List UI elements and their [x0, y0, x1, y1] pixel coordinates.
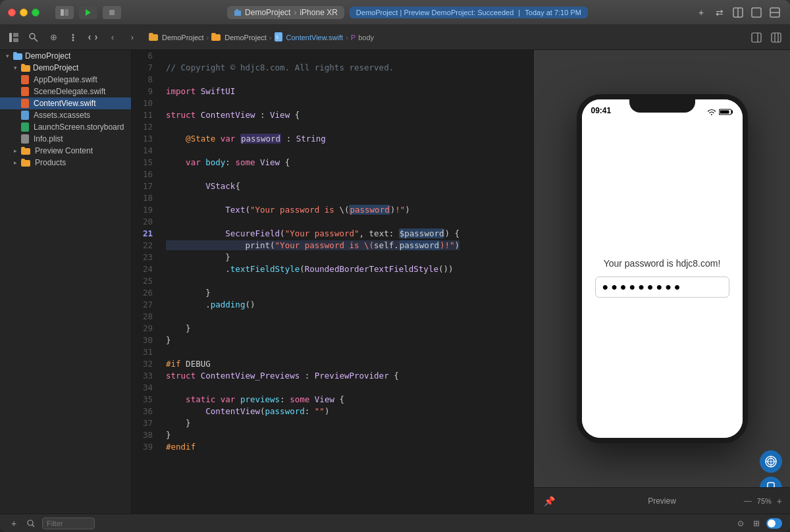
title-bar-right: + ⇄	[694, 5, 782, 20]
svg-rect-33	[21, 64, 25, 66]
sidebar-item-root[interactable]: ▾ DemoProject	[0, 50, 131, 62]
code-button[interactable]	[84, 29, 101, 46]
status-text: DemoProject | Preview DemoProject: Succe…	[356, 9, 514, 16]
project-name: DemoProject	[245, 8, 290, 17]
svg-line-15	[34, 38, 38, 41]
preview-zoom-level: 75%	[757, 497, 772, 505]
svg-rect-39	[21, 134, 29, 144]
layout-button-2[interactable]	[749, 5, 764, 20]
toggle-switch[interactable]	[766, 518, 782, 529]
swap-button[interactable]: ⇄	[712, 5, 727, 20]
more-button[interactable]	[65, 29, 82, 46]
sidebar-item-appdelegate[interactable]: AppDelegate.swift	[0, 74, 131, 86]
svg-point-16	[72, 34, 74, 36]
preview-toggle[interactable]	[768, 29, 785, 46]
svg-point-52	[28, 520, 33, 525]
inspect-button[interactable]: ⊕	[45, 29, 62, 46]
svg-point-17	[72, 36, 74, 38]
products-folder-icon	[21, 159, 30, 167]
sidebar-label-scenedelegate: SceneDelegate.swift	[34, 87, 105, 96]
traffic-lights	[8, 9, 40, 16]
svg-rect-27	[772, 33, 781, 42]
sidebar-item-previewcontent[interactable]: ▸ Preview Content	[0, 145, 131, 157]
svg-rect-1	[65, 9, 68, 16]
forward-button[interactable]: ›	[124, 29, 141, 46]
password-dots: ●●●●●●●●●	[602, 281, 683, 292]
maximize-button[interactable]	[32, 9, 40, 16]
preview-pin-button[interactable]: 📌	[542, 494, 556, 508]
close-button[interactable]	[8, 9, 16, 16]
phone-screen: Your password is hdjc8.com! ●●●●●●●●●	[582, 118, 743, 438]
svg-rect-43	[21, 159, 25, 161]
phone-notch	[629, 99, 695, 113]
phone-status-icons	[707, 109, 733, 115]
disclosure-icon-products: ▸	[12, 159, 18, 166]
svg-rect-8	[752, 8, 761, 17]
breadcrumb: DemoProject › DemoProject › S ContentVie…	[149, 32, 374, 43]
sidebar-item-assets[interactable]: Assets.xcassets	[0, 109, 131, 121]
history-button[interactable]: ⊙	[735, 518, 747, 529]
svg-point-14	[30, 34, 35, 39]
sidebar-label-assets: Assets.xcassets	[34, 111, 90, 120]
disclosure-icon-preview: ▸	[12, 147, 18, 154]
main-area: ▾ DemoProject ▾ DemoProject	[0, 50, 790, 514]
sidebar-item-products[interactable]: ▸ Products	[0, 157, 131, 169]
group-folder-icon	[21, 64, 30, 72]
svg-rect-35	[21, 87, 29, 96]
inspector-toggle[interactable]	[748, 29, 765, 46]
layout-button-3[interactable]	[768, 5, 782, 20]
svg-rect-45	[720, 111, 729, 114]
breadcrumb-symbol[interactable]: body	[358, 34, 374, 41]
sidebar-item-scenedelegate[interactable]: SceneDelegate.swift	[0, 86, 131, 97]
play-button[interactable]	[79, 6, 97, 19]
sidebar-label-launchscreen: LaunchScreen.storyboard	[34, 122, 124, 132]
sidebar-item-launchscreen[interactable]: LaunchScreen.storyboard	[0, 121, 131, 133]
bottom-right-controls: ⊙ ⊞	[735, 518, 782, 529]
swift-file-icon-scenedelegate	[21, 87, 29, 96]
password-secure-field: ●●●●●●●●●	[595, 277, 729, 298]
svg-rect-31	[13, 52, 17, 55]
code-editor[interactable]: 6 7 8 9 10 11 12 13 14 15 16 17 18 19 20…	[132, 50, 533, 514]
zoom-plus-button[interactable]: +	[777, 496, 782, 506]
svg-rect-4	[234, 11, 241, 16]
add-file-button[interactable]: +	[8, 518, 20, 529]
svg-rect-11	[9, 33, 12, 42]
grid-button[interactable]: ⊞	[750, 518, 762, 529]
layout-button-1[interactable]	[731, 5, 745, 20]
sidebar-toggle-button[interactable]	[55, 6, 74, 19]
sidebar-label-previewcontent: Preview Content	[35, 146, 93, 155]
sidebar-label-appdelegate: AppDelegate.swift	[34, 75, 97, 84]
svg-rect-25	[752, 33, 761, 42]
filter-icon	[25, 518, 37, 529]
preview-folder-icon	[21, 147, 30, 155]
sidebar-nav-button[interactable]	[5, 29, 22, 46]
sidebar: ▾ DemoProject ▾ DemoProject	[0, 50, 132, 514]
add-button[interactable]: +	[694, 5, 708, 20]
breadcrumb-project[interactable]: DemoProject	[162, 34, 204, 41]
preview-panel: 09:41	[533, 50, 790, 514]
project-tab[interactable]: DemoProject › iPhone XR	[227, 6, 344, 19]
code-lines: // Copyright © hdjc8.com. All rights res…	[158, 50, 533, 514]
bottom-bar: + ⊙ ⊞	[0, 514, 790, 532]
breadcrumb-file[interactable]: ContentView.swift	[286, 34, 344, 41]
sidebar-item-infoplist[interactable]: Info.plist	[0, 133, 131, 145]
assets-icon	[21, 111, 29, 120]
sidebar-item-contentview[interactable]: ContentView.swift	[0, 97, 131, 109]
swift-file-icon-appdelegate	[21, 75, 29, 84]
stop-button[interactable]	[103, 6, 121, 19]
minimize-button[interactable]	[20, 9, 28, 16]
filter-button[interactable]	[25, 29, 42, 46]
sidebar-label-products: Products	[35, 158, 66, 167]
back-button[interactable]: ‹	[104, 29, 121, 46]
sidebar-item-group[interactable]: ▾ DemoProject	[0, 62, 131, 74]
svg-point-18	[72, 39, 74, 41]
title-bar-center: DemoProject › iPhone XR DemoProject | Pr…	[126, 6, 689, 19]
svg-line-53	[32, 525, 34, 527]
svg-rect-5	[236, 9, 238, 11]
preview-inspect-button[interactable]	[760, 450, 782, 473]
password-display-text: Your password is hdjc8.com!	[604, 258, 721, 269]
sidebar-label-infoplist: Info.plist	[34, 134, 63, 144]
breadcrumb-group[interactable]: DemoProject	[224, 34, 267, 41]
filter-input[interactable]	[42, 518, 95, 529]
svg-rect-0	[61, 9, 64, 16]
